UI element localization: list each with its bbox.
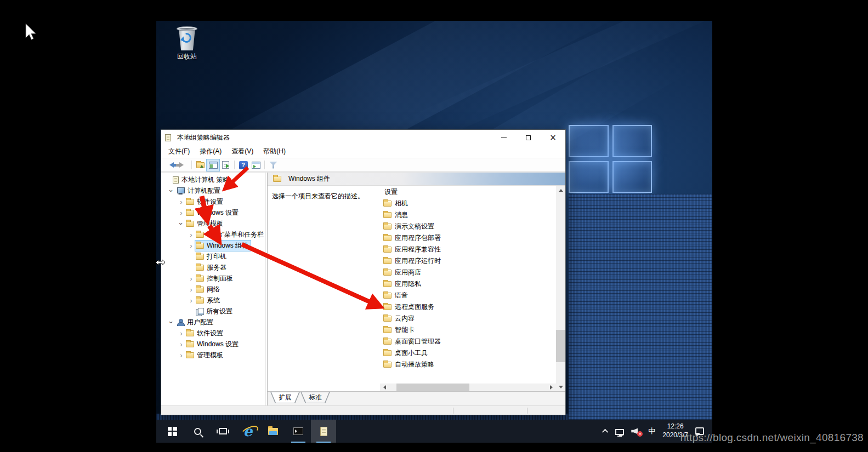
- scrollbar-thumb[interactable]: [556, 330, 565, 362]
- expander-icon[interactable]: [178, 330, 185, 337]
- settings-list-item[interactable]: 智能卡: [383, 324, 556, 336]
- settings-list-item[interactable]: 应用商店: [383, 267, 556, 278]
- tree-item[interactable]: 本地计算机 策略: [161, 174, 265, 185]
- settings-list-item[interactable]: 应用程序兼容性: [383, 244, 556, 255]
- gpedit-taskbar-button[interactable]: [311, 420, 336, 443]
- network-tray-icon[interactable]: [615, 429, 624, 435]
- help-button[interactable]: ?: [237, 159, 249, 171]
- volume-muted-tray-icon[interactable]: ×: [631, 427, 641, 436]
- tree-item-label: 软件设置: [197, 197, 223, 207]
- tree-item[interactable]: 所有设置: [161, 306, 265, 317]
- show-console-tree-button[interactable]: [207, 159, 219, 171]
- expander-icon[interactable]: [188, 286, 195, 293]
- expander-icon[interactable]: [178, 198, 185, 205]
- scroll-up-button[interactable]: [556, 186, 565, 194]
- menu-item[interactable]: 帮助(H): [258, 145, 291, 158]
- file-explorer-button[interactable]: [260, 420, 286, 443]
- task-view-button[interactable]: [210, 420, 235, 443]
- settings-item-label: 自动播放策略: [395, 360, 434, 369]
- forward-button[interactable]: [177, 159, 189, 171]
- scroll-left-button[interactable]: [380, 384, 389, 391]
- tree-item[interactable]: 管理模板: [161, 218, 265, 229]
- watermark-url: https://blog.csdn.net/weixin_40816738: [680, 432, 864, 444]
- horizontal-scrollbar[interactable]: [380, 384, 556, 391]
- settings-list-item[interactable]: 演示文稿设置: [383, 221, 556, 232]
- expander-icon[interactable]: [178, 352, 185, 359]
- expander-icon[interactable]: [178, 220, 185, 227]
- tree-item[interactable]: 控制面板: [161, 273, 265, 284]
- settings-item-label: 桌面窗口管理器: [395, 337, 441, 346]
- expander-icon[interactable]: [188, 231, 195, 238]
- taskbar-search-button[interactable]: [185, 420, 210, 443]
- recycle-bin-shortcut[interactable]: 回收站: [166, 25, 208, 61]
- settings-list-item[interactable]: 桌面窗口管理器: [383, 336, 556, 347]
- tree-item[interactable]: Windows 组件: [161, 240, 265, 251]
- expander-icon[interactable]: [178, 341, 185, 348]
- menu-item[interactable]: 操作(A): [195, 145, 226, 158]
- scroll-down-button[interactable]: [556, 383, 565, 391]
- folder-icon: [383, 258, 392, 264]
- tree-item-label: Windows 设置: [197, 340, 239, 349]
- menu-item[interactable]: 查看(V): [226, 145, 258, 158]
- expander-icon[interactable]: [178, 209, 185, 216]
- desktop: 回收站 本地组策略编辑器 × 文件(F) 操作(A) 查看(V: [156, 21, 712, 443]
- view-tab[interactable]: 标准: [300, 392, 330, 403]
- vertical-scrollbar[interactable]: [556, 186, 565, 391]
- export-list-button[interactable]: [219, 159, 232, 171]
- settings-list-item[interactable]: 自动播放策略: [383, 359, 556, 370]
- settings-list-item[interactable]: 语音: [383, 290, 556, 301]
- settings-column-header[interactable]: 设置: [380, 186, 556, 198]
- start-button[interactable]: [160, 420, 185, 443]
- tree-item[interactable]: 软件设置: [161, 196, 265, 207]
- settings-list-item[interactable]: 相机: [383, 198, 556, 209]
- ime-indicator[interactable]: 中: [648, 426, 655, 436]
- close-button[interactable]: ×: [541, 130, 565, 145]
- tree-item[interactable]: 计算机配置: [161, 185, 265, 196]
- minimize-button[interactable]: [491, 130, 516, 145]
- tree-item-icon: [196, 287, 204, 293]
- view-tab[interactable]: 扩展: [270, 392, 300, 403]
- internet-explorer-button[interactable]: e: [235, 420, 260, 443]
- expander-icon[interactable]: [168, 319, 175, 326]
- scrollbar-thumb[interactable]: [396, 384, 469, 391]
- tree-item-label: 打印机: [207, 252, 226, 261]
- settings-list-item[interactable]: 应用程序运行时: [383, 255, 556, 267]
- scroll-right-button[interactable]: [547, 384, 556, 391]
- expander-icon[interactable]: [188, 242, 195, 249]
- settings-list-item[interactable]: 消息: [383, 209, 556, 221]
- maximize-button[interactable]: [516, 130, 541, 145]
- show-action-pane-button[interactable]: [249, 159, 262, 171]
- settings-list-item[interactable]: 云内容: [383, 313, 556, 324]
- show-hidden-icons-chevron[interactable]: [602, 429, 608, 435]
- command-prompt-button[interactable]: [286, 420, 311, 443]
- menu-item[interactable]: 文件(F): [163, 145, 195, 158]
- expander-icon[interactable]: [188, 297, 195, 304]
- back-button[interactable]: [164, 159, 177, 171]
- folder-icon: [383, 224, 392, 230]
- settings-list-item[interactable]: 桌面小工具: [383, 347, 556, 359]
- tree-item[interactable]: Windows 设置: [161, 339, 265, 350]
- tree-item[interactable]: “开始”菜单和任务栏: [161, 229, 265, 240]
- tree-item-label: 用户配置: [187, 318, 213, 327]
- tree-item[interactable]: 管理模板: [161, 350, 265, 361]
- titlebar[interactable]: 本地组策略编辑器 ×: [161, 130, 565, 145]
- settings-list-item[interactable]: 应用程序包部署: [383, 232, 556, 244]
- settings-list-item[interactable]: 应用隐私: [383, 278, 556, 290]
- tree-item[interactable]: 服务器: [161, 262, 265, 273]
- expander-icon[interactable]: [168, 187, 175, 194]
- tree-item[interactable]: 系统: [161, 295, 265, 306]
- details-pane: Windows 组件 选择一个项目来查看它的描述。 设置: [268, 173, 565, 405]
- tree-item[interactable]: Windows 设置: [161, 207, 265, 218]
- tree-item[interactable]: 网络: [161, 284, 265, 295]
- expander-icon[interactable]: [188, 275, 195, 282]
- resize-cursor: [156, 259, 166, 266]
- tree-item[interactable]: 用户配置: [161, 317, 265, 328]
- settings-list-item[interactable]: 远程桌面服务: [383, 301, 556, 313]
- filter-button[interactable]: [267, 159, 280, 171]
- settings-item-label: 应用程序运行时: [395, 256, 441, 266]
- folder-icon: [383, 350, 392, 356]
- tree-item-label: 控制面板: [207, 274, 233, 283]
- tree-item[interactable]: 打印机: [161, 251, 265, 262]
- up-one-level-button[interactable]: [194, 159, 207, 171]
- tree-item[interactable]: 软件设置: [161, 328, 265, 339]
